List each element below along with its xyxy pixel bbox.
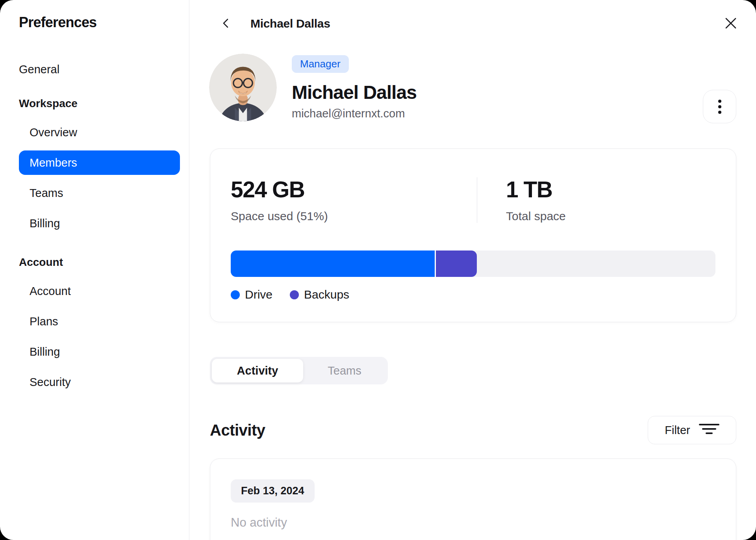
activity-card: Feb 13, 2024 No activity — [210, 458, 736, 540]
drive-legend-dot — [231, 290, 240, 299]
sidebar-item-teams[interactable]: Teams — [19, 181, 180, 205]
storage-legend: Drive Backups — [231, 288, 715, 301]
activity-header: Activity Filter — [210, 416, 736, 444]
sidebar-item-account[interactable]: Account — [19, 279, 180, 303]
sidebar-item-billing[interactable]: Billing — [19, 211, 180, 236]
sidebar-section-account: Account — [19, 256, 189, 269]
sidebar-nav: General Workspace Overview Members Teams… — [0, 57, 189, 394]
sidebar-item-members[interactable]: Members — [19, 150, 180, 175]
total-space-value: 1 TB — [506, 177, 566, 202]
sidebar-item-security[interactable]: Security — [19, 370, 180, 394]
sidebar-item-billing-account[interactable]: Billing — [19, 340, 180, 364]
storage-card: 524 GB Space used (51%) 1 TB Total space… — [210, 148, 736, 322]
backups-legend-dot — [290, 290, 299, 299]
kebab-icon — [718, 100, 721, 103]
tab-teams[interactable]: Teams — [303, 359, 386, 382]
chevron-left-icon — [220, 17, 232, 31]
drive-legend-label: Drive — [245, 288, 272, 301]
total-space-stat: 1 TB Total space — [477, 177, 566, 223]
activity-heading: Activity — [210, 421, 265, 439]
member-email: michael@internxt.com — [292, 107, 417, 120]
close-icon — [724, 17, 737, 31]
backups-legend-label: Backups — [304, 288, 349, 301]
backups-usage-segment — [436, 251, 477, 277]
header-title: Michael Dallas — [250, 17, 330, 30]
sidebar: Preferences General Workspace Overview M… — [0, 0, 189, 540]
space-used-label: Space used (51%) — [231, 209, 477, 223]
tab-activity[interactable]: Activity — [212, 359, 303, 382]
filter-button[interactable]: Filter — [648, 416, 736, 444]
role-badge: Manager — [292, 55, 349, 73]
filter-button-label: Filter — [665, 424, 690, 437]
sidebar-section-workspace: Workspace — [19, 97, 189, 110]
sidebar-title: Preferences — [19, 14, 189, 31]
avatar — [209, 54, 277, 121]
sidebar-item-overview[interactable]: Overview — [19, 120, 180, 145]
storage-stats: 524 GB Space used (51%) 1 TB Total space — [231, 177, 715, 223]
sidebar-item-plans[interactable]: Plans — [19, 309, 180, 334]
legend-item-drive: Drive — [231, 288, 272, 301]
drive-usage-segment — [231, 251, 436, 277]
profile-row: Manager Michael Dallas michael@internxt.… — [189, 47, 756, 123]
storage-usage-bar — [231, 251, 715, 277]
total-space-label: Total space — [506, 209, 566, 223]
profile-info: Manager Michael Dallas michael@internxt.… — [292, 54, 417, 120]
activity-date-chip: Feb 13, 2024 — [231, 479, 315, 503]
back-button[interactable] — [220, 17, 232, 31]
member-detail-panel: Michael Dallas — [189, 0, 756, 540]
filter-lines-icon — [699, 422, 719, 438]
sidebar-item-general[interactable]: General — [19, 57, 180, 82]
close-button[interactable] — [724, 17, 737, 31]
activity-empty-text: No activity — [231, 516, 715, 530]
space-used-stat: 524 GB Space used (51%) — [231, 177, 477, 223]
detail-header: Michael Dallas — [189, 0, 756, 47]
preferences-window: Preferences General Workspace Overview M… — [0, 0, 756, 540]
space-used-value: 524 GB — [231, 177, 477, 202]
detail-tabs: Activity Teams — [210, 357, 388, 384]
member-options-button[interactable] — [703, 90, 736, 123]
legend-item-backups: Backups — [290, 288, 349, 301]
member-name: Michael Dallas — [292, 82, 417, 103]
